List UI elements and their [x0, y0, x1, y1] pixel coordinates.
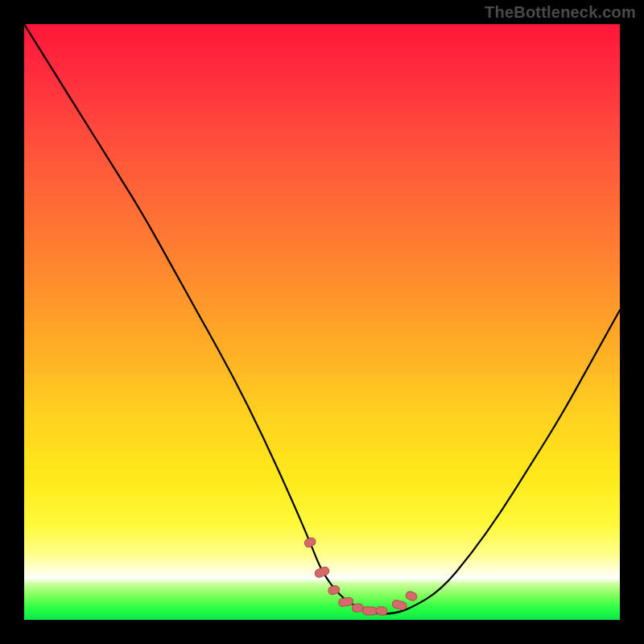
minimum-marker — [391, 599, 407, 610]
minimum-marker — [303, 536, 317, 548]
curve-svg — [24, 24, 620, 620]
watermark-text: TheBottleneck.com — [485, 3, 636, 22]
minimum-marker — [338, 597, 353, 607]
bottleneck-curve — [24, 24, 620, 614]
minimum-marker — [375, 606, 387, 616]
minimum-markers-group — [303, 536, 419, 616]
plot-area — [24, 24, 620, 620]
minimum-marker — [405, 590, 419, 601]
chart-frame: TheBottleneck.com — [0, 0, 644, 644]
minimum-marker — [314, 566, 330, 579]
minimum-marker — [362, 606, 377, 615]
minimum-marker — [352, 604, 364, 613]
